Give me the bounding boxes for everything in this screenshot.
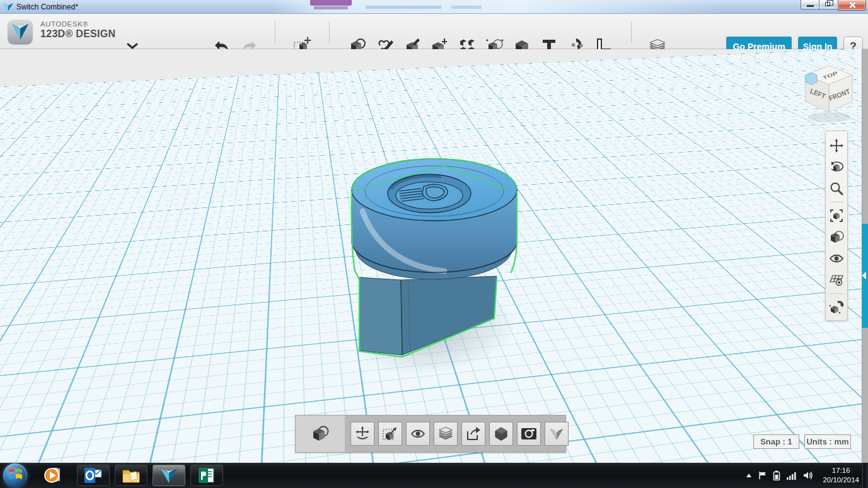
hide-button[interactable] (406, 422, 430, 446)
material-layers-icon (437, 426, 454, 441)
restore-icon (825, 2, 830, 6)
move-gizmo-icon (355, 426, 370, 441)
export-icon (466, 426, 481, 441)
view-cube[interactable]: TOP LEFT FRONT (791, 54, 867, 130)
snap-toggle-button[interactable] (828, 299, 845, 315)
transform-icon (311, 426, 330, 442)
show-hide-grid-button[interactable] (828, 272, 845, 288)
network-signal-icon[interactable] (786, 471, 797, 480)
model-switch-knob[interactable] (315, 150, 555, 415)
navigation-toolbar (825, 131, 848, 321)
shaded-view-button[interactable] (828, 229, 845, 245)
taskbar-media-player[interactable] (39, 465, 67, 486)
clock-date: 20/10/2014 (823, 475, 859, 485)
system-tray: 17:16 20/10/2014 (745, 463, 859, 488)
scale-icon (382, 426, 398, 442)
grid-eye-icon (829, 273, 844, 287)
window-titlebar: Switch Combined* (0, 0, 868, 14)
export-button[interactable] (461, 422, 485, 446)
snap-setting[interactable]: Snap : 1 (753, 434, 799, 449)
start-button[interactable] (3, 463, 27, 487)
hide-show-button[interactable] (828, 250, 845, 267)
brand-text: AUTODESK® 123D® DESIGN (40, 20, 115, 40)
toolbar-divider (275, 21, 275, 43)
clock-time: 17:16 (823, 466, 859, 475)
brand-123d-design: 123D® DESIGN (40, 28, 115, 40)
camera-icon (521, 427, 537, 441)
polygon-button[interactable] (489, 422, 513, 446)
post-left-face (359, 277, 402, 355)
toolbar-separator (830, 202, 843, 202)
taskbar-123d-design[interactable] (153, 465, 185, 486)
outlook-icon (84, 467, 103, 484)
units-setting[interactable]: Units : mm (804, 434, 851, 449)
123d-apps-button[interactable] (545, 422, 569, 446)
snapshot-button[interactable] (517, 422, 541, 446)
taskbar-outlook[interactable] (77, 465, 110, 486)
brand-autodesk: AUTODESK® (40, 20, 115, 28)
orbit-icon (829, 160, 844, 174)
app-icon (3, 2, 14, 12)
flyout-arrow-icon (862, 272, 866, 279)
transform-mode-button[interactable] (296, 415, 345, 452)
app-logo-button[interactable] (8, 19, 33, 44)
screen: Switch Combined* AUTODESK® 123D® DESIGN (0, 0, 868, 488)
toolbar-separator (830, 293, 843, 294)
viewcube-corner-highlight[interactable] (806, 73, 817, 85)
windows-flag-icon (3, 463, 27, 487)
folder-icon (121, 467, 141, 484)
flyout-panel-tab[interactable] (862, 224, 868, 328)
3d-viewport[interactable]: TOP LEFT FRONT (0, 49, 868, 463)
toolbar-divider (329, 21, 330, 43)
123d-taskbar-icon (159, 466, 179, 485)
action-center-flag-icon[interactable] (758, 471, 767, 480)
show-desktop-button[interactable] (862, 463, 868, 488)
magnifier-icon (830, 182, 843, 195)
main-toolbar: AUTODESK® 123D® DESIGN (0, 14, 868, 49)
restore-button[interactable] (819, 0, 838, 9)
background-window-bleed (451, 6, 482, 9)
eye-icon (829, 253, 844, 264)
viewcube-shadow (807, 112, 850, 122)
post-right-face (401, 276, 497, 355)
fit-icon (830, 209, 843, 223)
battery-icon[interactable] (773, 470, 780, 480)
show-hidden-icons[interactable] (745, 472, 753, 479)
taskbar-clock[interactable]: 17:16 20/10/2014 (823, 466, 859, 485)
background-window-bleed (366, 6, 441, 9)
hexagon-icon (494, 426, 509, 441)
eye-icon (410, 428, 426, 439)
close-button[interactable] (838, 0, 866, 11)
taskbar-publisher[interactable] (190, 465, 223, 486)
background-window-bleed (314, 6, 348, 9)
background-window-bleed (310, 0, 352, 6)
media-player-icon (43, 466, 62, 485)
fit-button[interactable] (828, 207, 845, 224)
toolbar-divider (631, 21, 632, 43)
publisher-icon (197, 467, 216, 484)
shaded-cube-icon (829, 230, 844, 244)
volume-icon[interactable] (803, 470, 814, 480)
material-button[interactable] (434, 422, 458, 446)
taskbar-explorer[interactable] (115, 465, 148, 486)
123d-logo-icon (8, 19, 33, 44)
zoom-button[interactable] (828, 180, 845, 197)
close-icon (848, 1, 856, 9)
magnet-cube-icon (829, 300, 844, 314)
window-title: Switch Combined* (16, 3, 78, 11)
123d-gray-logo-icon (549, 427, 564, 441)
window-controls (801, 0, 866, 11)
move-gizmo-button[interactable] (350, 422, 374, 446)
context-toolbar (295, 415, 566, 453)
orbit-button[interactable] (828, 159, 845, 175)
minimize-icon (807, 5, 814, 7)
pan-button[interactable] (828, 137, 845, 154)
windows-taskbar: 17:16 20/10/2014 (0, 463, 868, 488)
pan-icon (830, 139, 843, 153)
minimize-button[interactable] (801, 0, 819, 9)
scale-button[interactable] (378, 422, 402, 446)
